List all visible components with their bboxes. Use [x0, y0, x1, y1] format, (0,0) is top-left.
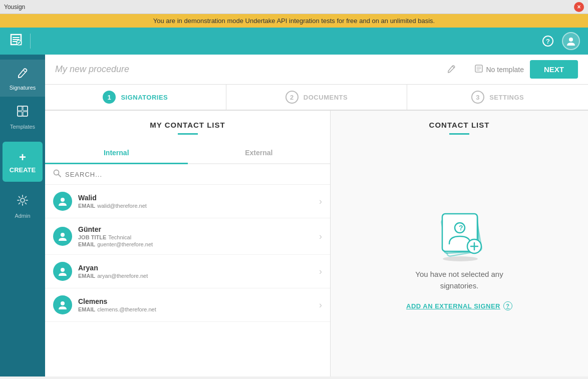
contact-detail-walid: EMAILwalid@therefore.net	[78, 203, 313, 209]
step-1-circle: 1	[103, 91, 116, 104]
contact-item-gunter[interactable]: Günter JOB TITLETechnical EMAILguenter@t…	[45, 218, 330, 255]
chevron-right-icon: ›	[319, 300, 322, 310]
svg-rect-4	[18, 106, 28, 116]
panels: MY CONTACT LIST Internal External	[45, 111, 588, 376]
contact-info-gunter: Günter JOB TITLETechnical EMAILguenter@t…	[78, 225, 313, 247]
contact-detail-gunter-job: JOB TITLETechnical	[78, 234, 313, 240]
svg-rect-7	[18, 112, 22, 116]
chevron-right-icon: ›	[319, 231, 322, 242]
step-3-circle: 3	[471, 91, 484, 104]
help-button[interactable]: ?	[540, 33, 556, 49]
content-area: My new procedure No template NEXT	[45, 55, 588, 376]
chevron-right-icon: ›	[319, 196, 322, 207]
template-icon	[474, 64, 483, 75]
logo-icon	[8, 32, 24, 51]
sidebar: Signatures Templates + CREATE	[0, 55, 45, 376]
template-label: No template	[486, 66, 524, 74]
contact-info-walid: Walid EMAILwalid@therefore.net	[78, 194, 313, 209]
next-button[interactable]: NEXT	[530, 60, 578, 79]
svg-point-13	[61, 198, 65, 202]
svg-point-16	[61, 301, 65, 305]
left-panel-underline	[178, 133, 198, 135]
right-panel-title: CONTACT LIST	[331, 111, 588, 139]
sidebar-item-signatures[interactable]: Signatures	[0, 60, 45, 97]
create-plus-icon: +	[19, 150, 26, 164]
admin-icon	[16, 194, 29, 210]
app-title: Yousign	[4, 4, 25, 11]
search-icon	[53, 169, 61, 179]
user-menu-button[interactable]	[562, 32, 580, 50]
empty-message: You have not selected any signatories.	[415, 269, 503, 291]
nav-divider	[30, 34, 31, 49]
svg-point-9	[21, 198, 25, 202]
step-2-label: DOCUMENTS	[304, 94, 348, 101]
avatar-walid	[53, 192, 72, 211]
contact-item-walid[interactable]: Walid EMAILwalid@therefore.net ›	[45, 185, 330, 218]
contact-item-clemens[interactable]: Clemens EMAILclemens.@therefore.net ›	[45, 288, 330, 322]
empty-state-icon: ?	[429, 209, 489, 259]
svg-rect-5	[18, 106, 22, 111]
svg-point-14	[61, 233, 65, 237]
right-panel-underline	[449, 133, 469, 135]
close-button[interactable]: ×	[574, 2, 584, 12]
svg-rect-8	[23, 112, 28, 116]
create-label: CREATE	[10, 166, 36, 174]
contact-item-aryan[interactable]: Aryan EMAILaryan@therefore.net ›	[45, 255, 330, 288]
tab-internal[interactable]: Internal	[45, 143, 188, 164]
help-icon: ?	[503, 301, 512, 310]
demo-banner: You are in demonstration mode Undertake …	[0, 14, 588, 28]
avatar-clemens	[53, 295, 72, 314]
procedure-title: My new procedure	[55, 64, 441, 75]
tab-external[interactable]: External	[188, 143, 331, 164]
left-panel: MY CONTACT LIST Internal External	[45, 111, 331, 376]
avatar-gunter	[53, 227, 72, 246]
add-external-signer-button[interactable]: ADD AN EXTERNAL SIGNER ?	[406, 301, 512, 310]
main-layout: Signatures Templates + CREATE	[0, 55, 588, 376]
svg-point-15	[61, 268, 65, 272]
svg-text:?: ?	[546, 38, 550, 45]
contact-detail-clemens: EMAILclemens.@therefore.net	[78, 306, 313, 312]
edit-title-button[interactable]	[447, 64, 456, 75]
signatures-icon	[16, 66, 29, 82]
contact-list: Walid EMAILwalid@therefore.net ›	[45, 185, 330, 376]
avatar-aryan	[53, 262, 72, 281]
create-button[interactable]: + CREATE	[3, 142, 43, 182]
contact-detail-gunter-email: EMAILguenter@therefore.net	[78, 241, 313, 247]
search-input[interactable]	[65, 171, 322, 178]
step-2-circle: 2	[285, 91, 299, 104]
svg-line-12	[59, 175, 61, 177]
contact-detail-aryan: EMAILaryan@therefore.net	[78, 273, 313, 279]
sidebar-item-admin[interactable]: Admin	[0, 188, 45, 225]
template-selector[interactable]: No template	[474, 64, 524, 75]
step-1-label: SIGNATORIES	[121, 94, 168, 101]
top-nav: ?	[0, 28, 588, 55]
svg-point-25	[443, 256, 478, 261]
contact-name-walid: Walid	[78, 194, 313, 202]
left-panel-title: MY CONTACT LIST	[45, 111, 330, 139]
contact-name-clemens: Clemens	[78, 297, 313, 305]
step-3-label: SETTINGS	[489, 94, 524, 101]
templates-icon	[16, 105, 29, 121]
search-bar	[45, 164, 330, 185]
svg-rect-6	[23, 106, 28, 111]
contact-tabs: Internal External	[45, 143, 330, 164]
svg-point-3	[569, 38, 573, 42]
title-bar: Yousign ×	[0, 0, 588, 14]
step-signatories[interactable]: 1 SIGNATORIES	[45, 85, 226, 110]
right-panel: CONTACT LIST	[331, 111, 588, 376]
empty-state: ? You have not selected any signatories.	[406, 143, 512, 376]
svg-text:?: ?	[459, 224, 463, 232]
sidebar-item-templates[interactable]: Templates	[0, 99, 45, 136]
steps-navigation: 1 SIGNATORIES 2 DOCUMENTS 3 SETTINGS	[45, 85, 588, 111]
sidebar-admin-label: Admin	[15, 213, 30, 219]
chevron-right-icon: ›	[319, 266, 322, 277]
contact-info-aryan: Aryan EMAILaryan@therefore.net	[78, 264, 313, 279]
sidebar-templates-label: Templates	[10, 124, 35, 130]
sidebar-signatures-label: Signatures	[10, 85, 36, 91]
step-documents[interactable]: 2 DOCUMENTS	[226, 85, 408, 110]
contact-name-aryan: Aryan	[78, 264, 313, 272]
contact-name-gunter: Günter	[78, 225, 313, 233]
contact-info-clemens: Clemens EMAILclemens.@therefore.net	[78, 297, 313, 312]
procedure-header: My new procedure No template NEXT	[45, 55, 588, 85]
step-settings[interactable]: 3 SETTINGS	[407, 85, 588, 110]
